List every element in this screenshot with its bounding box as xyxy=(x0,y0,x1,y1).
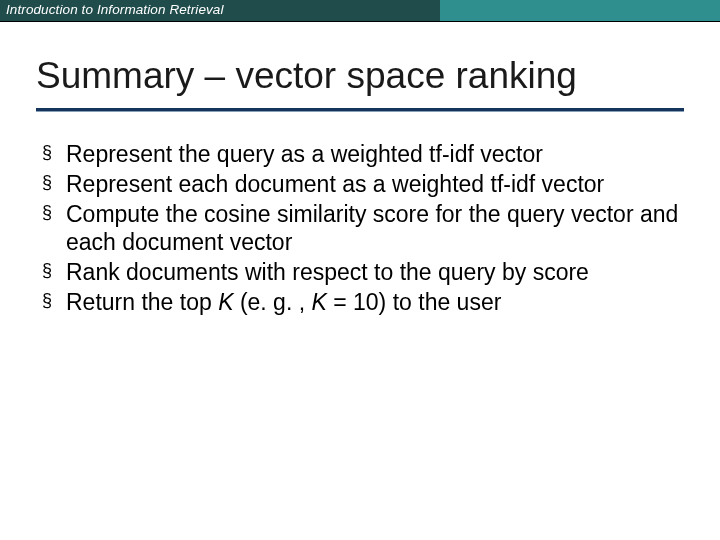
bullet-marker-icon: § xyxy=(42,290,52,312)
bullet-marker-icon: § xyxy=(42,202,52,224)
bullet-text-part: (e. g. , xyxy=(234,289,312,315)
bullet-text: Represent each document as a weighted tf… xyxy=(66,171,604,197)
title-underline xyxy=(36,108,684,112)
bullet-text: Return the top K (e. g. , K = 10) to the… xyxy=(66,289,501,315)
bullet-text-part: Return the top xyxy=(66,289,218,315)
bullet-text-italic: K xyxy=(311,289,326,315)
header-course-title: Introduction to Information Retrieval xyxy=(6,2,224,17)
slide-body: § Represent the query as a weighted tf-i… xyxy=(36,140,684,318)
bullet-text-part: = 10) to the user xyxy=(327,289,502,315)
list-item: § Compute the cosine similarity score fo… xyxy=(36,200,684,256)
bullet-list: § Represent the query as a weighted tf-i… xyxy=(36,140,684,316)
bullet-text-italic: K xyxy=(218,289,233,315)
slide-title: Summary – vector space ranking xyxy=(36,55,577,97)
bullet-text: Represent the query as a weighted tf-idf… xyxy=(66,141,543,167)
header-bar: Introduction to Information Retrieval xyxy=(0,0,720,22)
list-item: § Rank documents with respect to the que… xyxy=(36,258,684,286)
bullet-marker-icon: § xyxy=(42,172,52,194)
bullet-marker-icon: § xyxy=(42,260,52,282)
header-bar-right xyxy=(440,0,720,22)
bullet-marker-icon: § xyxy=(42,142,52,164)
slide: Introduction to Information Retrieval Su… xyxy=(0,0,720,540)
bullet-text: Rank documents with respect to the query… xyxy=(66,259,589,285)
bullet-text: Compute the cosine similarity score for … xyxy=(66,201,678,255)
list-item: § Represent the query as a weighted tf-i… xyxy=(36,140,684,168)
list-item: § Return the top K (e. g. , K = 10) to t… xyxy=(36,288,684,316)
list-item: § Represent each document as a weighted … xyxy=(36,170,684,198)
